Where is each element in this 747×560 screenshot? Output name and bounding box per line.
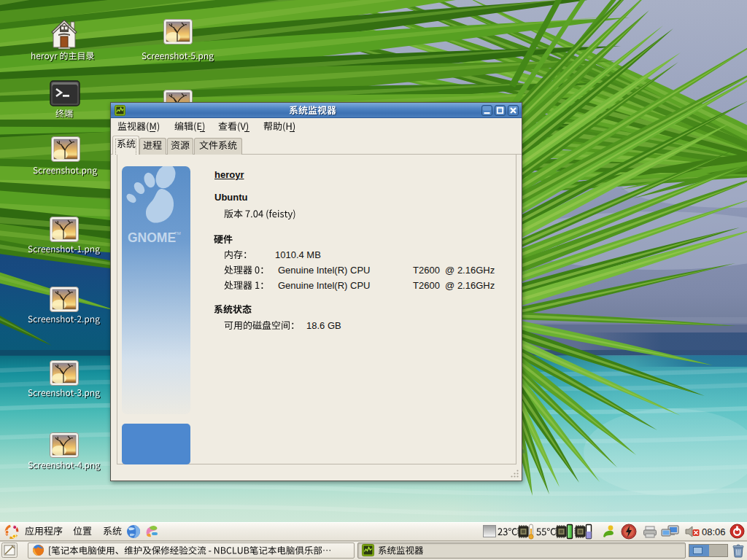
svg-text:TM: TM (174, 231, 181, 236)
svg-text:GNOME: GNOME (128, 230, 176, 245)
